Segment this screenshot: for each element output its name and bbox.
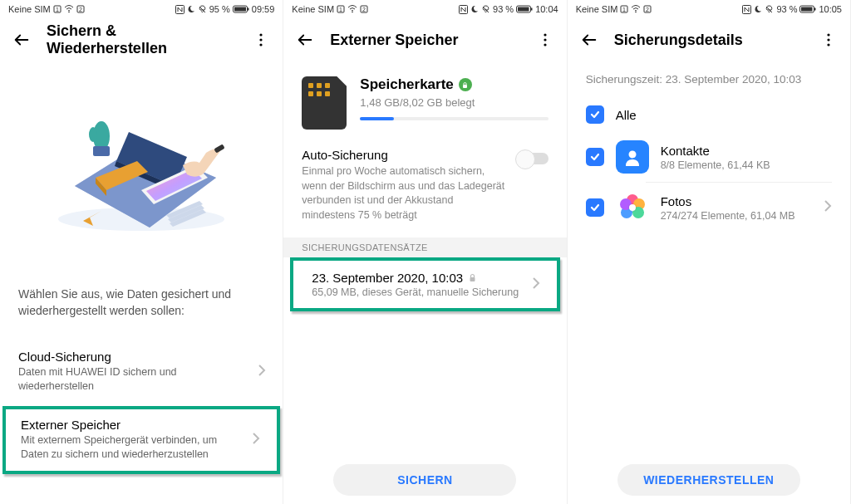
svg-point-33 [636,12,637,13]
svg-point-19 [352,12,353,13]
backup-dataset-item[interactable]: 23. September 2020, 10:03 65,09 MB, dies… [290,257,559,311]
option-subtitle: Daten mit HUAWEI ID sichern und wiederhe… [18,365,264,394]
sim1-icon: 1 [620,5,628,13]
svg-point-26 [544,33,546,36]
checkbox-icon[interactable] [586,198,604,217]
svg-point-27 [544,38,546,41]
mute-icon [481,5,490,14]
sim1-icon: 1 [337,5,345,13]
item-subtitle: 8/8 Elemente, 61,44 KB [661,159,832,171]
svg-rect-29 [463,85,467,88]
svg-point-14 [89,127,97,142]
battery-icon [799,5,816,13]
chevron-right-icon [532,276,540,293]
item-title: Kontakte [661,144,832,158]
dnd-moon-icon [754,5,762,13]
storage-name: Speicherkarte [360,76,453,93]
auto-backup-toggle[interactable] [517,153,548,164]
dataset-subtitle: 65,09 MB, dieses Gerät, manuelle Sicheru… [312,286,538,298]
svg-point-9 [260,33,263,36]
dnd-moon-icon [470,5,479,13]
svg-point-11 [260,43,263,46]
contacts-app-icon [616,140,649,174]
svg-text:1: 1 [339,7,342,12]
screen-backup-details: Keine SIM 1 2 93 % 10:05 Sicherungsdetai… [568,0,851,504]
battery-percent: 95 % [209,4,230,14]
page-title: Sichern & Wiederherstellen [47,22,236,57]
sim2-icon: 2 [76,5,85,13]
chevron-right-icon [252,432,260,448]
svg-text:1: 1 [622,7,626,12]
dnd-moon-icon [187,5,195,13]
more-icon[interactable] [819,30,839,50]
backup-button[interactable]: SICHERN [333,464,516,496]
select-all-label: Alle [616,108,832,122]
sim2-icon: 2 [643,5,652,13]
restore-button[interactable]: WIEDERHERSTELLEN [617,464,800,496]
more-icon[interactable] [535,30,555,50]
svg-text:2: 2 [646,7,649,12]
battery-icon [233,5,249,13]
item-photos-row[interactable]: Fotos 274/274 Elemente, 61,04 MB [568,183,850,232]
clock-time: 10:05 [819,4,842,14]
wifi-icon [631,5,641,13]
status-bar: Keine SIM 1 2 93 % 10:04 [283,0,566,18]
checkbox-icon[interactable] [586,105,604,124]
sim1-icon: 1 [53,5,61,13]
option-title: Cloud-Sicherung [18,350,264,364]
clock-time: 09:59 [252,4,275,14]
battery-icon [516,5,533,13]
auto-backup-title: Auto-Sicherung [302,148,504,162]
wifi-icon [347,5,357,13]
prompt-text: Wählen Sie aus, wie Daten gesichert und … [0,286,283,320]
battery-percent: 93 % [776,4,797,14]
checkbox-icon[interactable] [586,148,604,166]
item-title: Fotos [661,194,812,208]
item-subtitle: 274/274 Elemente, 61,04 MB [661,210,812,222]
svg-text:2: 2 [79,7,82,12]
option-external-storage[interactable]: Externer Speicher Mit externem Speicherg… [2,406,280,474]
screen-backup-restore: Keine SIM 1 2 95 % 09:59 Sichern & Wiede… [0,0,283,504]
svg-rect-25 [518,7,529,12]
sim-status: Keine SIM [292,4,334,14]
mute-icon [765,5,774,14]
lock-badge-icon [459,78,472,91]
header: Sicherungsdetails [568,18,850,61]
svg-point-40 [827,33,829,36]
battery-percent: 93 % [493,4,514,14]
page-title: Sicherungsdetails [614,32,804,49]
nfc-icon [175,5,184,14]
option-subtitle: Mit externem Speichergerät verbinden, um… [21,433,262,462]
back-icon[interactable] [579,30,599,50]
svg-rect-30 [470,277,475,281]
svg-point-28 [544,43,546,46]
svg-rect-38 [814,8,816,11]
section-header: SICHERUNGSDATENSÄTZE [283,237,566,257]
option-title: Externer Speicher [21,418,262,432]
svg-point-42 [827,43,829,46]
storage-usage: 1,48 GB/8,02 GB belegt [360,96,548,109]
backup-timestamp: Sicherungszeit: 23. September 2020, 10:0… [568,61,850,97]
back-icon[interactable] [12,30,32,50]
svg-rect-8 [234,7,246,12]
svg-text:1: 1 [56,7,59,12]
mute-icon [198,5,207,14]
option-cloud-backup[interactable]: Cloud-Sicherung Daten mit HUAWEI ID sich… [0,341,283,403]
dataset-title: 23. September 2020, 10:03 [312,271,463,285]
select-all-row[interactable]: Alle [568,97,850,132]
chevron-right-icon [824,199,832,216]
status-bar: Keine SIM 1 2 95 % 09:59 [0,0,283,18]
nfc-icon [459,5,468,14]
svg-text:2: 2 [362,7,366,12]
auto-backup-row[interactable]: Auto-Sicherung Einmal pro Woche automati… [283,141,566,234]
nfc-icon [742,5,751,14]
sim2-icon: 2 [360,5,368,13]
back-icon[interactable] [295,30,315,50]
item-contacts-row[interactable]: Kontakte 8/8 Elemente, 61,44 KB [568,132,850,182]
clock-time: 10:04 [535,4,558,14]
storage-card-block: Speicherkarte 1,48 GB/8,02 GB belegt [283,61,566,141]
svg-point-41 [827,38,829,41]
more-icon[interactable] [251,30,271,50]
svg-rect-7 [248,8,249,11]
auto-backup-desc: Einmal pro Woche automatisch sichern, we… [302,164,504,223]
